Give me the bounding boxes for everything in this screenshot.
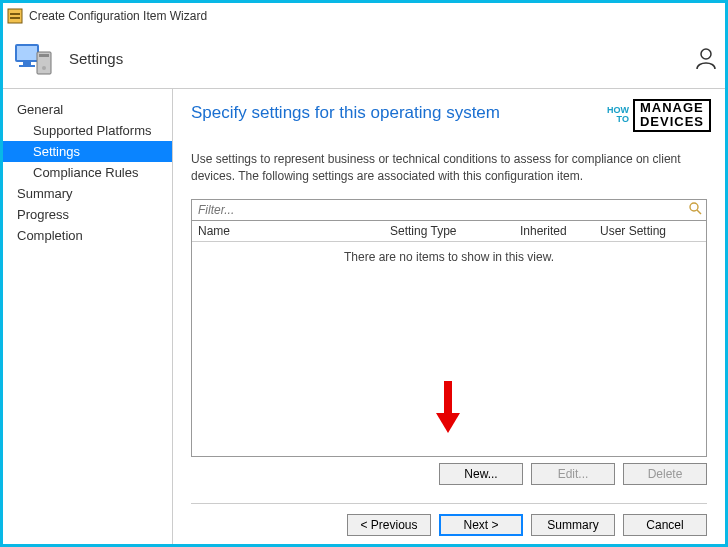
titlebar: Create Configuration Item Wizard — [3, 3, 725, 29]
nav-progress[interactable]: Progress — [3, 204, 172, 225]
new-button[interactable]: New... — [439, 463, 523, 485]
previous-button[interactable]: < Previous — [347, 514, 431, 536]
delete-button: Delete — [623, 463, 707, 485]
wizard-window: Create Configuration Item Wizard Setting… — [0, 0, 728, 547]
search-icon[interactable] — [688, 201, 702, 218]
nav-summary[interactable]: Summary — [3, 183, 172, 204]
sidebar: General Supported Platforms Settings Com… — [3, 89, 173, 544]
app-icon — [7, 8, 23, 24]
filter-box — [191, 199, 707, 221]
watermark-devices: DEVICES — [640, 115, 704, 129]
computer-icon — [13, 38, 55, 80]
col-setting-type[interactable]: Setting Type — [390, 224, 520, 238]
body: General Supported Platforms Settings Com… — [3, 89, 725, 544]
header-title: Settings — [69, 50, 123, 67]
svg-rect-4 — [17, 46, 37, 60]
svg-point-9 — [42, 66, 46, 70]
col-name[interactable]: Name — [198, 224, 390, 238]
item-button-row: New... Edit... Delete — [191, 463, 707, 485]
content-pane: HOW TO MANAGE DEVICES Specify settings f… — [173, 89, 725, 544]
filter-input[interactable] — [196, 202, 688, 218]
nav-settings[interactable]: Settings — [3, 141, 172, 162]
svg-point-10 — [701, 49, 711, 59]
next-button[interactable]: Next > — [439, 514, 523, 536]
empty-message: There are no items to show in this view. — [192, 242, 706, 456]
edit-button: Edit... — [531, 463, 615, 485]
summary-button[interactable]: Summary — [531, 514, 615, 536]
svg-rect-1 — [10, 13, 20, 15]
watermark-to: TO — [607, 115, 629, 124]
svg-rect-8 — [39, 54, 49, 57]
nav-supported-platforms[interactable]: Supported Platforms — [3, 120, 172, 141]
svg-rect-0 — [8, 9, 22, 23]
svg-rect-6 — [19, 65, 35, 67]
watermark-logo: HOW TO MANAGE DEVICES — [607, 99, 711, 132]
svg-line-12 — [697, 210, 701, 214]
watermark-manage: MANAGE — [640, 101, 704, 115]
description-text: Use settings to represent business or te… — [191, 151, 707, 185]
col-inherited[interactable]: Inherited — [520, 224, 600, 238]
svg-rect-5 — [23, 62, 31, 65]
window-title: Create Configuration Item Wizard — [29, 9, 207, 23]
table-header: Name Setting Type Inherited User Setting — [192, 221, 706, 242]
wizard-button-row: < Previous Next > Summary Cancel — [191, 503, 707, 536]
user-icon — [695, 47, 717, 73]
col-user-setting[interactable]: User Setting — [600, 224, 700, 238]
nav-compliance-rules[interactable]: Compliance Rules — [3, 162, 172, 183]
cancel-button[interactable]: Cancel — [623, 514, 707, 536]
nav-completion[interactable]: Completion — [3, 225, 172, 246]
settings-table: Name Setting Type Inherited User Setting… — [191, 221, 707, 457]
svg-point-11 — [690, 203, 698, 211]
svg-rect-2 — [10, 17, 20, 19]
nav-general[interactable]: General — [3, 99, 172, 120]
header-strip: Settings — [3, 29, 725, 89]
